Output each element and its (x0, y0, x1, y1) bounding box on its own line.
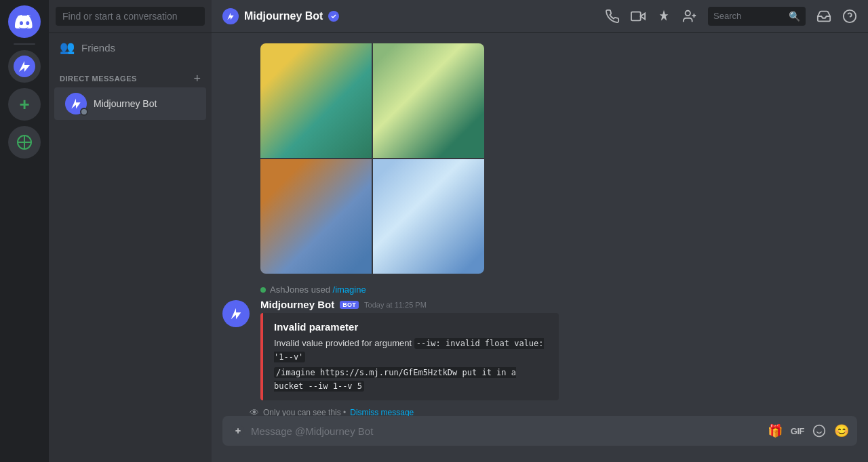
svg-marker-2 (641, 13, 645, 19)
topbar-actions: 🔍 (605, 7, 857, 26)
message-input-box: 🎁 GIF 😊 (222, 416, 857, 446)
add-friend-dm-button[interactable] (682, 9, 697, 24)
svg-point-12 (814, 425, 825, 437)
image-grid-message (212, 43, 868, 279)
bot-message-avatar (222, 300, 250, 327)
friends-label: Friends (81, 42, 115, 54)
dm-sidebar: 👥 Friends DIRECT MESSAGES + Midjourney B… (49, 0, 212, 462)
bot-status-badge (80, 108, 88, 116)
message-text-input[interactable] (251, 425, 762, 437)
server-icon-1[interactable] (8, 50, 41, 83)
image-cell-1[interactable] (260, 43, 372, 158)
sticker-button[interactable] (812, 424, 826, 438)
topbar-bot-icon (222, 8, 239, 24)
input-actions: 🎁 GIF 😊 (768, 423, 849, 438)
green-dot-icon (260, 287, 266, 293)
main-content: Midjourney Bot (212, 0, 868, 462)
image-cell-4[interactable] (373, 159, 484, 274)
error-body: Invalid value provided for argument --iw… (274, 337, 548, 363)
gift-button[interactable]: 🎁 (768, 423, 783, 438)
add-dm-button[interactable]: + (193, 72, 201, 85)
add-server-button[interactable]: + (8, 88, 41, 121)
explore-servers-button[interactable] (8, 126, 41, 159)
message-input-area: 🎁 GIF 😊 (212, 416, 868, 462)
search-input[interactable] (713, 11, 785, 21)
search-icon: 🔍 (789, 11, 800, 22)
error-title: Invalid parameter (274, 321, 548, 333)
image-grid[interactable] (260, 43, 484, 274)
dm-list: Midjourney Bot (49, 87, 212, 462)
find-conversation-input[interactable] (56, 7, 205, 26)
midjourney-bot-avatar (65, 93, 87, 114)
server-sidebar: + (0, 0, 49, 462)
error-embed: Invalid parameter Invalid value provided… (260, 313, 559, 400)
gif-label: GIF (791, 426, 804, 436)
dm-item-midjourney-bot[interactable]: Midjourney Bot (54, 87, 206, 120)
svg-rect-3 (631, 12, 641, 20)
message-content: Midjourney Bot BOT Today at 11:25 PM Inv… (260, 299, 857, 400)
attach-file-button[interactable] (231, 423, 245, 438)
topbar-left: Midjourney Bot (222, 8, 339, 24)
message-timestamp: Today at 11:25 PM (364, 301, 427, 309)
friends-nav-item[interactable]: 👥 Friends (49, 33, 212, 62)
search-box: 🔍 (708, 7, 806, 26)
gif-button[interactable]: GIF (791, 426, 804, 436)
inbox-button[interactable] (816, 9, 831, 24)
video-call-button[interactable] (631, 9, 646, 24)
image-cell-2[interactable] (373, 43, 484, 158)
error-message-block: Midjourney Bot BOT Today at 11:25 PM Inv… (212, 296, 868, 403)
ephemeral-text: Only you can see this • (263, 408, 346, 416)
slash-command-link[interactable]: /imagine (333, 285, 366, 295)
friends-icon: 👥 (60, 40, 75, 55)
help-button[interactable] (842, 9, 857, 24)
discord-home-button[interactable] (8, 5, 41, 38)
image-cell-3[interactable] (260, 159, 372, 274)
svg-point-4 (686, 10, 690, 15)
dismiss-message-link[interactable]: Dismiss message (350, 408, 414, 416)
server-divider (14, 43, 35, 45)
chat-messages: AshJones used /imagine Midjourney Bot BO… (212, 33, 868, 416)
bot-badge: BOT (340, 301, 359, 309)
message-bot-name: Midjourney Bot (260, 299, 334, 310)
dm-search-bar (49, 0, 212, 33)
used-by-username: AshJones (270, 285, 309, 295)
error-command-line: /imagine https://s.mj.run/GfEm5HztkDw pu… (274, 366, 548, 392)
pins-button[interactable] (656, 9, 671, 24)
ephemeral-icon: 👁 (250, 407, 259, 416)
emoji-button[interactable]: 😊 (834, 423, 849, 438)
voice-call-button[interactable] (605, 9, 620, 24)
error-full-command: /imagine https://s.mj.run/GfEm5HztkDw pu… (274, 367, 516, 392)
message-header: Midjourney Bot BOT Today at 11:25 PM (260, 299, 857, 310)
topbar: Midjourney Bot (212, 0, 868, 33)
user-used-slash-command-line: AshJones used /imagine (212, 279, 868, 296)
direct-messages-header: DIRECT MESSAGES + (49, 62, 212, 87)
user-used-text: AshJones used /imagine (270, 285, 366, 295)
ephemeral-note: 👁 Only you can see this • Dismiss messag… (212, 407, 868, 416)
topbar-verified-icon (328, 11, 339, 22)
midjourney-bot-name: Midjourney Bot (94, 98, 157, 109)
topbar-channel-name: Midjourney Bot (244, 10, 323, 22)
